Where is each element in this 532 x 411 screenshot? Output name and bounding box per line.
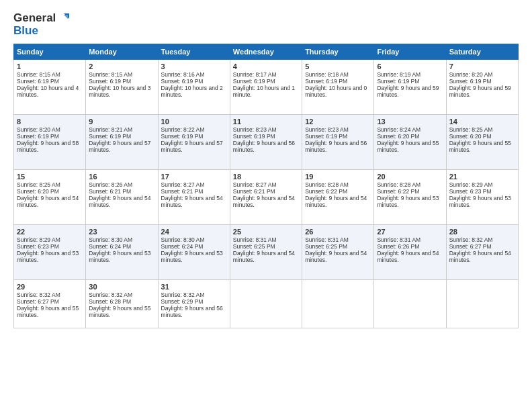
day-number: 4	[233, 62, 299, 71]
day-number: 17	[161, 173, 227, 181]
day-number: 8	[17, 118, 83, 126]
weekday-header-monday: Monday	[86, 44, 158, 60]
day-number: 31	[161, 283, 227, 291]
day-number: 28	[449, 228, 515, 236]
sunrise: Sunrise: 8:29 AM	[449, 181, 493, 188]
day-number: 24	[161, 228, 227, 236]
daylight: Daylight: 9 hours and 56 minutes.	[305, 140, 367, 153]
sunset: Sunset: 6:23 PM	[449, 188, 492, 195]
daylight: Daylight: 9 hours and 54 minutes.	[233, 195, 295, 208]
sunrise: Sunrise: 8:29 AM	[17, 236, 60, 243]
calendar-cell	[374, 280, 446, 328]
sunrise: Sunrise: 8:32 AM	[449, 236, 493, 243]
day-number: 1	[17, 62, 83, 71]
sunrise: Sunrise: 8:15 AM	[89, 71, 132, 78]
sunset: Sunset: 6:22 PM	[305, 188, 347, 195]
daylight: Daylight: 9 hours and 55 minutes.	[449, 140, 511, 153]
calendar: SundayMondayTuesdayWednesdayThursdayFrid…	[13, 44, 519, 328]
day-number: 5	[305, 62, 371, 71]
sunrise: Sunrise: 8:32 AM	[17, 291, 60, 298]
calendar-cell: 11Sunrise: 8:23 AMSunset: 6:19 PMDayligh…	[230, 115, 302, 170]
day-number: 18	[233, 173, 299, 181]
sunset: Sunset: 6:19 PM	[161, 78, 204, 85]
calendar-cell: 14Sunrise: 8:25 AMSunset: 6:20 PMDayligh…	[446, 115, 518, 170]
daylight: Daylight: 9 hours and 53 minutes.	[17, 250, 79, 263]
daylight: Daylight: 9 hours and 56 minutes.	[161, 305, 223, 318]
daylight: Daylight: 10 hours and 3 minutes.	[89, 85, 150, 98]
sunrise: Sunrise: 8:28 AM	[377, 181, 420, 188]
week-row-3: 15Sunrise: 8:25 AMSunset: 6:20 PMDayligh…	[14, 170, 519, 225]
sunset: Sunset: 6:19 PM	[89, 133, 131, 140]
sunrise: Sunrise: 8:31 AM	[377, 236, 420, 243]
daylight: Daylight: 9 hours and 57 minutes.	[161, 140, 223, 153]
day-number: 19	[305, 173, 371, 181]
sunset: Sunset: 6:20 PM	[377, 133, 419, 140]
sunrise: Sunrise: 8:23 AM	[305, 126, 349, 133]
calendar-cell: 23Sunrise: 8:30 AMSunset: 6:24 PMDayligh…	[86, 225, 158, 280]
daylight: Daylight: 9 hours and 53 minutes.	[161, 250, 223, 263]
day-number: 25	[233, 228, 299, 236]
weekday-header-wednesday: Wednesday	[230, 44, 302, 60]
daylight: Daylight: 10 hours and 0 minutes.	[305, 85, 367, 98]
sunrise: Sunrise: 8:23 AM	[233, 126, 277, 133]
calendar-cell: 16Sunrise: 8:26 AMSunset: 6:21 PMDayligh…	[86, 170, 158, 225]
daylight: Daylight: 9 hours and 59 minutes.	[449, 85, 511, 98]
calendar-cell: 13Sunrise: 8:24 AMSunset: 6:20 PMDayligh…	[374, 115, 446, 170]
sunrise: Sunrise: 8:30 AM	[89, 236, 132, 243]
daylight: Daylight: 9 hours and 54 minutes.	[17, 195, 79, 208]
daylight: Daylight: 9 hours and 54 minutes.	[377, 250, 439, 263]
sunset: Sunset: 6:25 PM	[233, 243, 275, 250]
calendar-cell: 4Sunrise: 8:17 AMSunset: 6:19 PMDaylight…	[230, 60, 302, 115]
daylight: Daylight: 9 hours and 53 minutes.	[89, 250, 150, 263]
sunset: Sunset: 6:19 PM	[233, 78, 275, 85]
calendar-cell: 26Sunrise: 8:31 AMSunset: 6:25 PMDayligh…	[302, 225, 374, 280]
calendar-cell: 1Sunrise: 8:15 AMSunset: 6:19 PMDaylight…	[14, 60, 86, 115]
daylight: Daylight: 9 hours and 53 minutes.	[449, 195, 511, 208]
weekday-header-row: SundayMondayTuesdayWednesdayThursdayFrid…	[14, 44, 519, 60]
calendar-cell: 25Sunrise: 8:31 AMSunset: 6:25 PMDayligh…	[230, 225, 302, 280]
sunrise: Sunrise: 8:20 AM	[17, 126, 60, 133]
sunset: Sunset: 6:21 PM	[233, 188, 275, 195]
sunrise: Sunrise: 8:31 AM	[305, 236, 349, 243]
sunset: Sunset: 6:26 PM	[377, 243, 419, 250]
day-number: 15	[17, 173, 83, 181]
weekday-header-saturday: Saturday	[446, 44, 518, 60]
sunrise: Sunrise: 8:32 AM	[89, 291, 132, 298]
daylight: Daylight: 9 hours and 55 minutes.	[17, 305, 79, 318]
header: General Blue	[13, 12, 519, 37]
calendar-cell: 24Sunrise: 8:30 AMSunset: 6:24 PMDayligh…	[158, 225, 230, 280]
week-row-1: 1Sunrise: 8:15 AMSunset: 6:19 PMDaylight…	[14, 60, 519, 115]
sunset: Sunset: 6:19 PM	[305, 78, 347, 85]
sunrise: Sunrise: 8:25 AM	[17, 181, 60, 188]
sunset: Sunset: 6:19 PM	[17, 133, 59, 140]
svg-marker-1	[64, 15, 68, 19]
sunset: Sunset: 6:20 PM	[449, 133, 492, 140]
weekday-header-sunday: Sunday	[14, 44, 86, 60]
sunset: Sunset: 6:28 PM	[89, 298, 131, 305]
calendar-cell: 19Sunrise: 8:28 AMSunset: 6:22 PMDayligh…	[302, 170, 374, 225]
calendar-cell: 5Sunrise: 8:18 AMSunset: 6:19 PMDaylight…	[302, 60, 374, 115]
day-number: 7	[449, 62, 515, 71]
sunrise: Sunrise: 8:32 AM	[161, 291, 205, 298]
sunrise: Sunrise: 8:16 AM	[161, 71, 205, 78]
calendar-cell: 10Sunrise: 8:22 AMSunset: 6:19 PMDayligh…	[158, 115, 230, 170]
sunrise: Sunrise: 8:27 AM	[161, 181, 205, 188]
daylight: Daylight: 9 hours and 55 minutes.	[377, 140, 439, 153]
logo-bird-icon	[57, 12, 69, 24]
calendar-cell: 29Sunrise: 8:32 AMSunset: 6:27 PMDayligh…	[14, 280, 86, 328]
day-number: 10	[161, 118, 227, 126]
day-number: 13	[377, 118, 443, 126]
daylight: Daylight: 9 hours and 54 minutes.	[161, 195, 223, 208]
daylight: Daylight: 9 hours and 54 minutes.	[305, 250, 367, 263]
day-number: 11	[233, 118, 299, 126]
calendar-cell: 17Sunrise: 8:27 AMSunset: 6:21 PMDayligh…	[158, 170, 230, 225]
daylight: Daylight: 10 hours and 4 minutes.	[17, 85, 79, 98]
sunrise: Sunrise: 8:18 AM	[305, 71, 349, 78]
day-number: 2	[89, 62, 154, 71]
sunset: Sunset: 6:27 PM	[17, 298, 59, 305]
day-number: 21	[449, 173, 515, 181]
daylight: Daylight: 9 hours and 54 minutes.	[449, 250, 511, 263]
logo: General Blue	[13, 12, 69, 37]
sunset: Sunset: 6:19 PM	[305, 133, 347, 140]
calendar-cell: 15Sunrise: 8:25 AMSunset: 6:20 PMDayligh…	[14, 170, 86, 225]
